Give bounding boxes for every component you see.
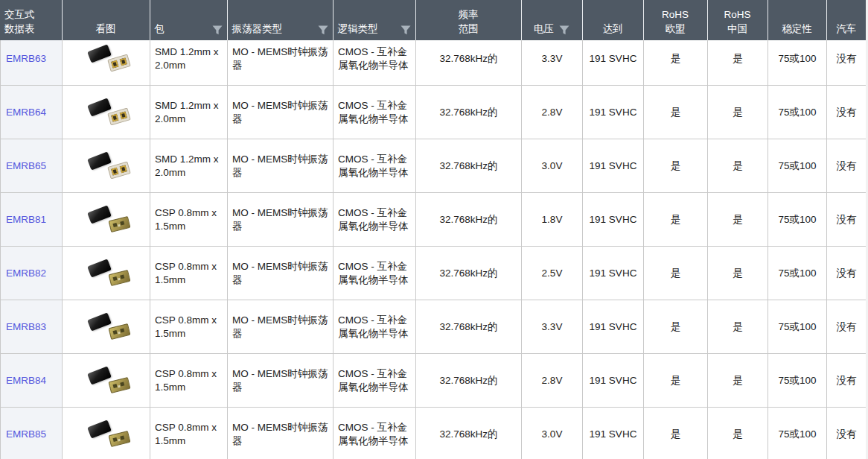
rohs-china-cell: 是 (708, 139, 768, 193)
chip-top-view-image (87, 366, 112, 384)
column-header-voltage[interactable]: 电压 (521, 0, 582, 40)
oscillator-type-cell: MO - MEMS时钟振荡器 (228, 354, 334, 408)
table-row: EMRB84CSP 0.8mm x 1.5mmMO - MEMS时钟振荡器CMO… (1, 354, 867, 408)
csp-chip-pair-photo[interactable] (83, 367, 130, 395)
column-header-oscillator_type[interactable]: 振荡器类型 (227, 0, 333, 40)
frequency-range-cell: 32.768kHz的 (416, 139, 522, 193)
part-number-link[interactable]: EMRB85 (6, 428, 46, 440)
table-row: EMRB83CSP 0.8mm x 1.5mmMO - MEMS时钟振荡器CMO… (1, 300, 867, 354)
package-cell: SMD 1.2mm x 2.0mm (150, 40, 228, 86)
oscillator-type-cell: MO - MEMS时钟振荡器 (228, 300, 334, 354)
table-header: 交互式数据表看图包振荡器类型逻辑类型频率范围电压达到RoHS欧盟RoHS中国稳定… (0, 0, 866, 40)
logic-type-cell: CMOS - 互补金属氧化物半导体 (334, 354, 416, 408)
filter-funnel-icon[interactable] (212, 25, 223, 35)
part-number-link[interactable]: EMRB83 (6, 321, 46, 332)
view-image-cell (63, 247, 150, 300)
chip-bottom-view-image (108, 430, 130, 446)
column-header-rohs_eu: RoHS欧盟 (643, 0, 707, 40)
reach-cell: 191 SVHC (583, 300, 644, 354)
rohs-eu-cell: 是 (644, 193, 708, 247)
rohs-china-cell: 是 (708, 86, 768, 139)
part-number-link[interactable]: EMRB64 (6, 107, 46, 118)
voltage-cell: 3.3V (522, 40, 583, 86)
datasheet-cell: EMRB65 (1, 139, 63, 193)
smd-chip-pair-photo[interactable] (83, 98, 130, 127)
column-header-label: 频率范围 (421, 7, 517, 36)
frequency-range-cell: 32.768kHz的 (416, 408, 522, 459)
column-header-label: 交互式数据表 (4, 7, 57, 36)
chip-bottom-view-image (107, 107, 131, 125)
chip-top-view-image (87, 205, 112, 224)
csp-chip-pair-photo[interactable] (83, 420, 130, 449)
view-image-cell (63, 193, 150, 247)
oscillator-type-cell: MO - MEMS时钟振荡器 (228, 139, 334, 193)
csp-chip-pair-photo[interactable] (83, 313, 130, 341)
table-row: EMRB82CSP 0.8mm x 1.5mmMO - MEMS时钟振荡器CMO… (1, 247, 867, 300)
package-cell: SMD 1.2mm x 2.0mm (150, 86, 228, 139)
oscillator-type-cell: MO - MEMS时钟振荡器 (228, 247, 334, 300)
datasheet-cell: EMRB81 (1, 193, 63, 247)
filter-funnel-icon[interactable] (318, 25, 328, 35)
voltage-cell: 2.5V (522, 247, 583, 300)
datasheet-cell: EMRB85 (1, 408, 63, 459)
chip-bottom-view-image (107, 54, 131, 72)
csp-chip-pair-photo[interactable] (83, 206, 130, 234)
package-cell: SMD 1.2mm x 2.0mm (150, 139, 228, 193)
part-number-link[interactable]: EMRB84 (6, 375, 46, 386)
package-cell: CSP 0.8mm x 1.5mm (150, 247, 228, 300)
automotive-cell: 没有 (827, 139, 867, 193)
column-header-logic_type[interactable]: 逻辑类型 (333, 0, 415, 40)
frequency-range-cell: 32.768kHz的 (416, 354, 522, 408)
filter-funnel-icon[interactable] (401, 25, 411, 35)
voltage-cell: 2.8V (522, 354, 583, 408)
rohs-eu-cell: 是 (644, 408, 708, 459)
logic-type-cell: CMOS - 互补金属氧化物半导体 (334, 408, 416, 459)
part-number-link[interactable]: EMRB63 (6, 53, 46, 64)
rohs-eu-cell: 是 (644, 300, 708, 354)
package-cell: CSP 0.8mm x 1.5mm (150, 408, 228, 459)
stability-cell: 75或100 (768, 247, 827, 300)
oscillator-type-cell: MO - MEMS时钟振荡器 (228, 86, 334, 139)
package-cell: CSP 0.8mm x 1.5mm (150, 300, 228, 354)
stability-cell: 75或100 (768, 40, 827, 86)
column-header-datasheet: 交互式数据表 (0, 0, 62, 40)
rohs-eu-cell: 是 (644, 40, 708, 86)
column-header-label: 振荡器类型 (232, 22, 283, 36)
part-number-link[interactable]: EMRB65 (6, 160, 46, 171)
frequency-range-cell: 32.768kHz的 (416, 300, 522, 354)
parametric-parts-table-page: 交互式数据表看图包振荡器类型逻辑类型频率范围电压达到RoHS欧盟RoHS中国稳定… (0, 0, 868, 459)
datasheet-cell: EMRB63 (1, 40, 63, 86)
table-body: EMRB63SMD 1.2mm x 2.0mmMO - MEMS时钟振荡器CMO… (0, 40, 867, 459)
part-number-link[interactable]: EMRB82 (6, 268, 46, 279)
voltage-cell: 3.0V (522, 408, 583, 459)
frequency-range-cell: 32.768kHz的 (416, 86, 522, 139)
table-row: EMRB63SMD 1.2mm x 2.0mmMO - MEMS时钟振荡器CMO… (1, 40, 867, 86)
view-image-cell (63, 408, 150, 459)
smd-chip-pair-photo[interactable] (83, 152, 130, 180)
rohs-china-cell: 是 (708, 247, 768, 300)
chip-top-view-image (87, 420, 112, 438)
package-cell: CSP 0.8mm x 1.5mm (150, 193, 228, 247)
rohs-china-cell: 是 (708, 408, 768, 459)
package-cell: CSP 0.8mm x 1.5mm (150, 354, 228, 408)
column-header-label: 稳定性 (773, 22, 822, 36)
part-number-link[interactable]: EMRB81 (6, 214, 46, 225)
view-image-cell (63, 300, 150, 354)
column-header-package[interactable]: 包 (150, 0, 227, 40)
column-header-label: 达到 (587, 22, 639, 36)
column-header-label: RoHS欧盟 (648, 7, 703, 36)
csp-chip-pair-photo[interactable] (83, 259, 130, 288)
view-image-cell (63, 354, 150, 408)
datasheet-cell: EMRB82 (1, 247, 63, 300)
chip-bottom-view-image (108, 215, 130, 232)
automotive-cell: 没有 (827, 86, 867, 139)
frequency-range-cell: 32.768kHz的 (416, 40, 522, 86)
automotive-cell: 没有 (827, 40, 867, 86)
table-rows: EMRB63SMD 1.2mm x 2.0mmMO - MEMS时钟振荡器CMO… (1, 40, 867, 459)
rohs-china-cell: 是 (708, 300, 768, 354)
filter-funnel-icon[interactable] (559, 25, 569, 35)
header-row: 交互式数据表看图包振荡器类型逻辑类型频率范围电压达到RoHS欧盟RoHS中国稳定… (0, 0, 866, 40)
table-scroll-viewport[interactable]: EMRB63SMD 1.2mm x 2.0mmMO - MEMS时钟振荡器CMO… (0, 40, 868, 459)
automotive-cell: 没有 (827, 300, 867, 354)
smd-chip-pair-photo[interactable] (83, 45, 130, 73)
